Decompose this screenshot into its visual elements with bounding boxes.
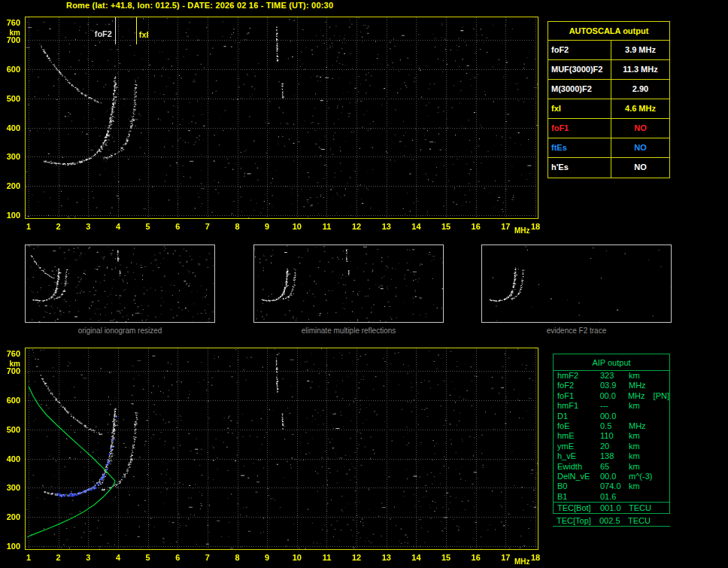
thumbnail-caption-original: original ionogram resized (25, 327, 215, 336)
aip-unit: km (629, 462, 654, 472)
autoscala-table-title: AUTOSCALA output (548, 22, 669, 41)
bottom-xtick-18: 18 (526, 553, 544, 562)
autoscala-value: 4.6 MHz (611, 99, 669, 118)
aip-param-label: ymE (554, 442, 600, 451)
top-xtick-9: 9 (258, 222, 276, 231)
top-ytick-400: 400 (0, 123, 22, 132)
profile-ionogram-canvas (26, 348, 538, 549)
thumbnail-evidence-f2 (481, 245, 672, 323)
autoscala-row-fxI: fxI4.6 MHz (548, 99, 669, 119)
aip-extra (654, 442, 669, 451)
thumbnail-eliminate-multiples (253, 245, 444, 323)
aip-extra (654, 421, 669, 431)
aip-value: 323 (600, 371, 629, 381)
aip-param-label: B1 (554, 492, 600, 502)
top-ytick-700: 700 (0, 35, 22, 44)
bottom-xtick-5: 5 (139, 553, 157, 562)
aip-row-foF2: foF203.9MHz (554, 381, 669, 390)
aip-unit: km (629, 481, 654, 491)
aip-unit: TECU (628, 515, 654, 526)
top-xtick-13: 13 (378, 222, 396, 231)
aip-param-label: B0 (554, 481, 600, 491)
bottom-xtick-4: 4 (109, 553, 127, 562)
aip-param-label: hmF2 (554, 371, 600, 381)
thumbnail-eliminate-multiples-canvas (254, 245, 443, 322)
aip-value: 03.9 (600, 381, 629, 390)
aip-extra (654, 401, 669, 411)
autoscala-row-foF1: foF1NO (548, 119, 669, 138)
aip-param-label: h_vE (554, 451, 600, 461)
aip-unit: MHz (629, 421, 654, 431)
bottom-ytick-500: 500 (0, 425, 22, 434)
aip-table-rows: hmF2323kmfoF203.9MHzfoF100.0MHz[PN]hmF1-… (554, 371, 669, 502)
aip-value: 0.5 (600, 421, 629, 431)
thumbnail-evidence-f2-canvas (482, 245, 671, 322)
aip-value: --- (600, 401, 629, 411)
aip-extra (654, 381, 669, 390)
main-ionogram-canvas (26, 17, 538, 218)
aip-row-TEC[Bot]: TEC[Bot]001.0TECU (554, 502, 669, 513)
autoscala-value: 11.3 MHz (611, 60, 669, 79)
aip-value: 110 (600, 431, 629, 441)
aip-param-label: TEC[Bot] (554, 503, 600, 513)
aip-row-D1: D100.0 (554, 412, 669, 421)
aip-extra (654, 412, 669, 421)
bottom-xtick-16: 16 (467, 553, 485, 562)
profile-ionogram-plot (25, 348, 538, 550)
aip-unit: km (629, 451, 654, 461)
aip-unit: MHz (628, 391, 654, 401)
bottom-ytick-760: 760 (0, 349, 22, 358)
aip-param-label: TEC[Top] (553, 515, 599, 526)
aip-row-hmE: hmE110km (554, 431, 669, 441)
aip-value: 00.0 (600, 412, 629, 421)
bottom-xtick-14: 14 (407, 553, 425, 562)
aip-unit: km (629, 431, 654, 441)
aip-value: 20 (600, 442, 629, 451)
autoscala-value: NO (611, 119, 669, 138)
autoscala-param-label: foF1 (548, 119, 611, 138)
bottom-xtick-2: 2 (50, 553, 68, 562)
top-xtick-5: 5 (139, 222, 157, 231)
top-xtick-6: 6 (168, 222, 187, 231)
top-ytick-500: 500 (0, 94, 22, 103)
aip-unit: MHz (629, 381, 654, 390)
bottom-xtick-8: 8 (229, 553, 247, 562)
bottom-xlabel: MHz (514, 557, 530, 566)
aip-unit: TECU (629, 503, 654, 513)
thumbnail-original-ionogram (25, 245, 215, 323)
aip-extra (654, 481, 669, 491)
aip-param-label: hmF1 (554, 401, 600, 411)
autoscala-row-h'Es: h'EsNO (548, 158, 669, 178)
bottom-xtick-11: 11 (317, 553, 335, 562)
bottom-ytick-100: 100 (0, 542, 22, 551)
aip-row-Ewidth: Ewidth65km (554, 462, 669, 472)
top-ytick-300: 300 (0, 152, 22, 161)
top-xtick-17: 17 (496, 222, 514, 231)
aip-param-label: DelN_vE (554, 472, 600, 481)
autoscala-row-M(3000)F2: M(3000)F22.90 (548, 80, 669, 99)
aip-value: 074.0 (600, 481, 629, 491)
top-xlabel: MHz (514, 226, 530, 235)
autoscala-value: 3.9 MHz (611, 41, 669, 59)
aip-value: 00.0 (599, 391, 628, 401)
top-xtick-4: 4 (109, 222, 127, 231)
autoscala-row-MUF(3000)F2: MUF(3000)F211.3 MHz (548, 60, 669, 80)
aip-row-foE: foE0.5MHz (554, 421, 669, 431)
bottom-ytick-200: 200 (0, 512, 22, 521)
aip-value: 00.0 (600, 472, 629, 481)
bottom-ytick-600: 600 (0, 396, 22, 405)
aip-unit: km (629, 442, 654, 451)
aip-row-B0: B0074.0km (554, 481, 669, 491)
aip-param-label: foF1 (554, 391, 599, 401)
aip-unit: km (629, 401, 654, 411)
bottom-xtick-3: 3 (79, 553, 97, 562)
bottom-ytick-400: 400 (0, 454, 22, 463)
top-ytick-200: 200 (0, 181, 22, 190)
aip-extra: [PN] (654, 391, 669, 401)
aip-table-title: AIP output (554, 354, 669, 371)
bottom-xtick-9: 9 (258, 553, 276, 562)
aip-extra (654, 472, 669, 481)
autoscala-param-label: ftEs (548, 138, 611, 157)
top-xtick-14: 14 (407, 222, 425, 231)
autoscala-row-foF2: foF23.9 MHz (548, 41, 669, 60)
